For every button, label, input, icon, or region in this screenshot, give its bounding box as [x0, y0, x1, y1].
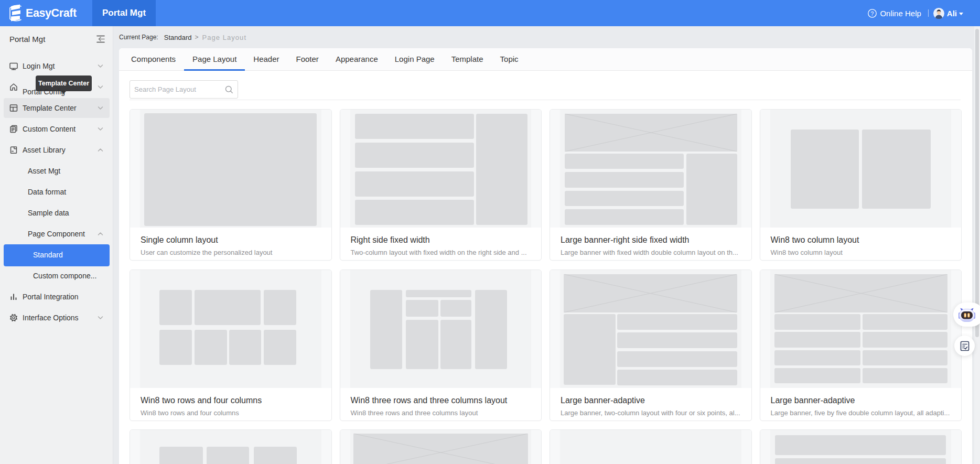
svg-text:?: ?	[871, 10, 874, 16]
